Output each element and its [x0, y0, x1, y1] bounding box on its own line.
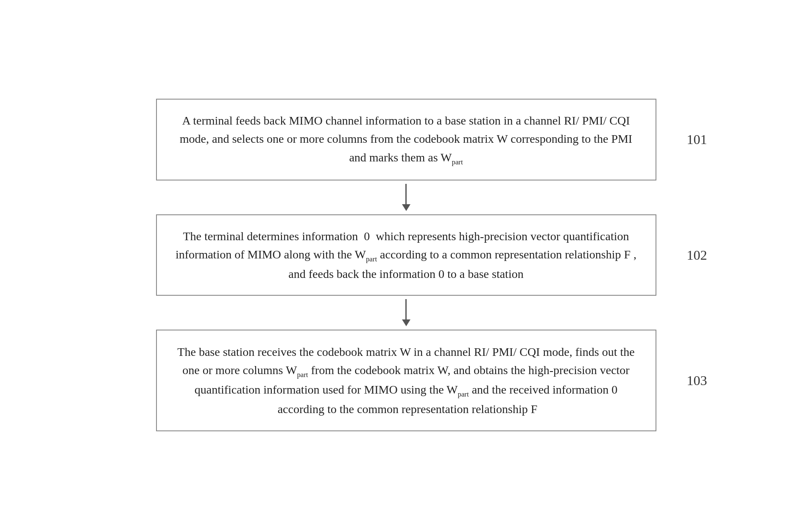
arrow-2 [156, 296, 656, 330]
step-text-103: The base station receives the codebook m… [174, 343, 639, 418]
step-label-102: 102 [687, 247, 707, 263]
arrow-head-2 [402, 319, 410, 326]
arrow-shape-1 [402, 184, 410, 211]
step-box-101: A terminal feeds back MIMO channel infor… [156, 99, 656, 180]
step-row-102: The terminal determines information 0 wh… [46, 214, 767, 296]
step-box-103: The base station receives the codebook m… [156, 330, 656, 431]
arrow-shaft-2 [405, 299, 407, 319]
step-label-101: 101 [687, 132, 707, 147]
arrow-1 [156, 180, 656, 214]
arrow-head-1 [402, 204, 410, 211]
step-box-102: The terminal determines information 0 wh… [156, 214, 656, 296]
step-row-103: The base station receives the codebook m… [46, 330, 767, 431]
flowchart: A terminal feeds back MIMO channel infor… [46, 73, 767, 457]
arrow-shape-2 [402, 299, 410, 326]
step-text-102: The terminal determines information 0 wh… [174, 227, 639, 283]
step-label-103: 103 [687, 372, 707, 388]
step-text-101: A terminal feeds back MIMO channel infor… [174, 111, 639, 167]
arrow-shaft-1 [405, 184, 407, 204]
step-row-101: A terminal feeds back MIMO channel infor… [46, 99, 767, 180]
